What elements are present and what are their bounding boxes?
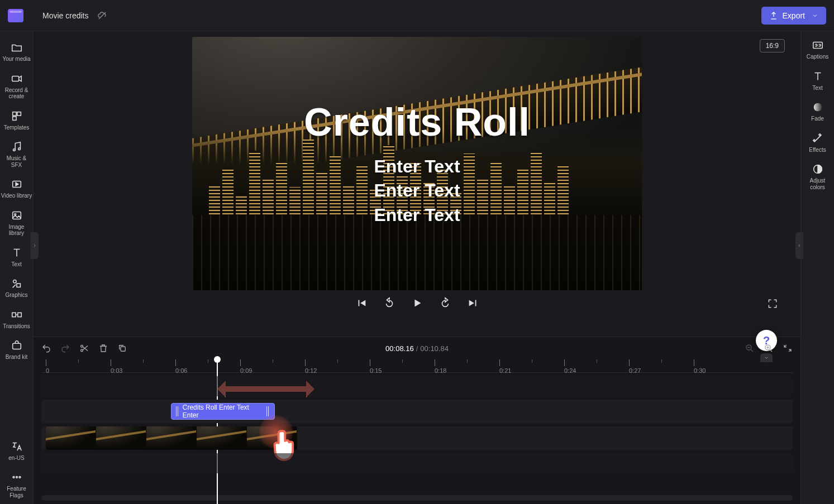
captions-icon	[812, 39, 824, 51]
sidebar-item-label: Text	[812, 85, 822, 92]
sidebar-item-captions[interactable]: Captions	[802, 35, 833, 66]
skip-previous-button[interactable]	[355, 297, 368, 309]
sidebar-item-feature-flags[interactable]: Feature Flags	[1, 467, 32, 504]
timeline-scrollbar[interactable]	[41, 495, 793, 501]
fit-timeline-button[interactable]	[783, 343, 793, 353]
more-icon	[11, 471, 23, 483]
chevron-left-icon	[797, 243, 802, 248]
sidebar-item-your-media[interactable]: Your media	[1, 37, 32, 68]
ruler-tick: 0	[46, 359, 49, 374]
video-thumb	[197, 426, 247, 450]
track-empty[interactable]	[41, 376, 793, 396]
chevron-down-icon	[812, 12, 818, 19]
camera-icon	[11, 73, 23, 85]
credits-text-overlay[interactable]: Credits Roll Enter Text Enter Text Enter…	[192, 37, 642, 290]
track-text[interactable]: Credits Roll Enter Text Enter	[41, 400, 793, 423]
video-thumb	[146, 426, 197, 450]
svg-rect-13	[17, 313, 21, 316]
project-title[interactable]: Movie credits	[42, 11, 88, 20]
ruler-tick: 0:15	[370, 359, 382, 374]
upload-icon	[769, 11, 778, 20]
preview-area: 16:9 Credits Roll Enter Text	[34, 31, 800, 337]
app-logo[interactable]	[8, 9, 23, 22]
undo-button[interactable]	[41, 343, 51, 353]
credits-line: Enter Text	[374, 179, 460, 203]
svg-rect-11	[17, 284, 20, 287]
svg-point-15	[13, 477, 15, 478]
sidebar-item-label: Feature Flags	[1, 486, 32, 498]
svg-point-5	[13, 149, 15, 151]
transitions-icon	[11, 309, 23, 321]
sidebar-item-label: Image library	[1, 224, 32, 237]
delete-button[interactable]	[98, 343, 108, 353]
sidebar-item-label: Brand kit	[6, 354, 27, 361]
skip-next-button[interactable]	[467, 297, 479, 309]
sidebar-item-effects[interactable]: Effects	[802, 128, 833, 159]
text-icon	[11, 247, 23, 259]
track-video[interactable]	[41, 426, 793, 450]
sidebar-item-locale[interactable]: en-US	[1, 436, 32, 467]
sidebar-item-text[interactable]: Text	[1, 242, 32, 273]
svg-point-17	[19, 477, 21, 478]
track-empty[interactable]	[41, 453, 793, 473]
music-icon	[11, 141, 23, 153]
sidebar-item-adjust-colors[interactable]: Adjust colors	[802, 159, 833, 196]
sidebar-item-record-create[interactable]: Record & create	[1, 68, 32, 105]
cloud-sync-off-icon[interactable]	[97, 11, 107, 21]
timeline-timecode: 00:08.16/00:10.84	[385, 344, 449, 353]
timeline-toolbar: 00:08.16/00:10.84	[41, 337, 793, 359]
ruler-tick: 0:03	[111, 359, 122, 374]
sidebar-item-label: Record & create	[1, 87, 32, 100]
credits-title: Credits Roll	[304, 100, 530, 145]
rewind-5s-button[interactable]	[383, 297, 395, 309]
left-sidebar: Your media Record & create Templates Mus…	[0, 31, 34, 504]
sidebar-item-music-sfx[interactable]: Music & SFX	[1, 136, 32, 174]
effects-icon	[812, 132, 824, 145]
sidebar-item-graphics[interactable]: Graphics	[1, 273, 32, 304]
text-clip[interactable]: Credits Roll Enter Text Enter	[171, 403, 275, 420]
folder-icon	[11, 41, 23, 54]
language-icon	[11, 440, 23, 453]
play-button[interactable]	[411, 297, 423, 309]
sidebar-item-video-library[interactable]: Video library	[1, 174, 32, 205]
fullscreen-button[interactable]	[767, 298, 778, 309]
split-button[interactable]	[79, 343, 89, 353]
ruler-tick: 0:27	[629, 359, 641, 374]
clip-handle-left[interactable]	[176, 406, 179, 416]
sidebar-item-label: Adjust colors	[802, 177, 833, 190]
expand-right-panel[interactable]	[795, 232, 803, 259]
svg-point-10	[13, 280, 16, 284]
sidebar-item-templates[interactable]: Templates	[1, 105, 32, 137]
video-preview[interactable]: Credits Roll Enter Text Enter Text Enter…	[192, 37, 642, 290]
svg-point-16	[16, 477, 17, 478]
svg-point-6	[18, 148, 20, 150]
zoom-out-button[interactable]	[745, 343, 755, 353]
svg-rect-12	[12, 313, 15, 316]
sidebar-item-brand-kit[interactable]: Brand kit	[1, 335, 32, 366]
svg-rect-1	[12, 76, 18, 81]
image-icon	[11, 209, 23, 222]
svg-rect-8	[12, 212, 21, 219]
text-icon	[812, 70, 824, 83]
video-library-icon	[11, 178, 23, 190]
export-button[interactable]: Export	[761, 7, 826, 25]
duplicate-button[interactable]	[117, 343, 127, 353]
sidebar-item-transitions[interactable]: Transitions	[1, 304, 32, 335]
sidebar-item-fade[interactable]: Fade	[802, 97, 833, 128]
sidebar-item-rs-text[interactable]: Text	[802, 66, 833, 97]
video-thumb	[96, 426, 146, 450]
svg-rect-14	[12, 343, 21, 349]
export-label: Export	[783, 11, 805, 20]
sidebar-item-label: Fade	[811, 116, 824, 122]
sidebar-item-label: en-US	[8, 455, 24, 462]
redo-button[interactable]	[60, 343, 70, 353]
credits-line: Enter Text	[374, 155, 460, 179]
forward-5s-button[interactable]	[439, 297, 451, 309]
aspect-ratio-button[interactable]: 16:9	[760, 39, 785, 52]
brand-kit-icon	[11, 339, 23, 352]
zoom-in-button[interactable]	[764, 343, 774, 353]
graphics-icon	[11, 277, 23, 290]
credits-line: Enter Text	[374, 203, 460, 227]
timeline-ruler[interactable]: 00:030:060:090:120:150:180:210:240:270:3…	[41, 359, 793, 373]
sidebar-item-image-library[interactable]: Image library	[1, 205, 32, 242]
